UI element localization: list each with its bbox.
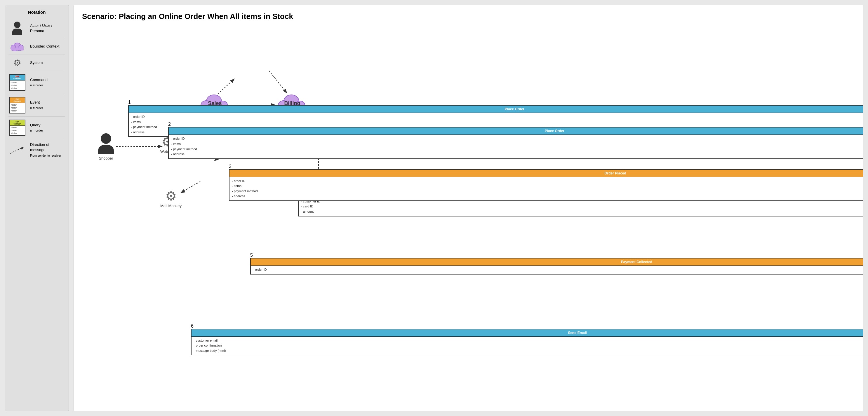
evt5-body: - order ID: [251, 266, 863, 274]
svg-line-22: [181, 181, 200, 193]
cmd2-body: - order ID- items- payment method- addre…: [169, 135, 863, 158]
legend-label-bounded-context: Bounded Context: [30, 44, 59, 49]
shopper-head: [101, 133, 111, 144]
evt5-card: Payment Collected - order ID: [250, 258, 863, 275]
evt6-title: Send Email: [191, 330, 863, 337]
legend-label-query: Queryn = order: [30, 123, 43, 133]
shopper-label: Shopper: [99, 156, 113, 161]
cmd2-title: Place Order: [169, 128, 863, 135]
query-legend-icon: <n> <name> <data><data><data>: [8, 119, 26, 136]
evt5-title: Payment Collected: [251, 258, 863, 266]
evt6-wrap: 6 Send Email - customer email- order con…: [191, 323, 863, 356]
evt5-wrap: 5 Payment Collected - order ID: [250, 253, 863, 275]
evt3-card: Order Placed - order ID- items- payment …: [229, 169, 863, 201]
evt6-card: Send Email - customer email- order confi…: [191, 329, 863, 356]
cmd1-title: Place Order: [129, 106, 863, 113]
svg-marker-7: [21, 147, 24, 150]
legend-label-system: System: [30, 60, 43, 65]
diagram-panel: Scenario: Placing an Online Order When A…: [73, 5, 863, 411]
mail-monkey-label: Mail Monkey: [160, 204, 182, 208]
legend-item-direction: Direction of messageFrom sender to recei…: [8, 139, 65, 161]
evt3-body: - order ID- items- payment method- addre…: [229, 177, 863, 200]
legend-panel: Notation Actor / User /Persona Bounded C…: [5, 5, 69, 411]
legend-title: Notation: [8, 10, 65, 14]
legend-item-event: <n> <name> <data><data><data> Eventn = o…: [8, 94, 65, 116]
cmd2-badge: 2: [168, 122, 863, 127]
legend-label-actor: Actor / User /Persona: [30, 23, 52, 34]
legend-item-bounded-context: Bounded Context: [8, 38, 65, 55]
diagram-title: Scenario: Placing an Online Order When A…: [82, 12, 855, 21]
evt3-badge: 3: [229, 164, 863, 169]
legend-item-actor: Actor / User /Persona: [8, 19, 65, 38]
shopper-actor: Shopper: [98, 133, 114, 161]
event-legend-icon: <n> <name> <data><data><data>: [8, 97, 26, 113]
evt6-badge: 6: [191, 323, 863, 329]
legend-label-event: Eventn = order: [30, 100, 43, 110]
actor-icon: [8, 22, 26, 35]
mail-monkey-gear: ⚙ Mail Monkey: [160, 189, 182, 208]
cloud-icon: [8, 41, 26, 51]
cmd2-card: Place Order - order ID- items- payment m…: [168, 127, 863, 159]
gear-legend-icon: ⚙: [8, 58, 26, 68]
legend-item-system: ⚙ System: [8, 55, 65, 71]
evt3-wrap: 3 Order Placed - order ID- items- paymen…: [229, 164, 863, 201]
evt5-badge: 5: [250, 253, 863, 258]
legend-item-command: <n> <name> <data><data><data> Commandn =…: [8, 71, 65, 94]
svg-line-13: [269, 71, 286, 93]
diagram-canvas: Shopper ⚙ Website ⚙ Mail Monkey ⚙ Premo …: [82, 30, 855, 228]
cmd2-wrap: 2 Place Order - order ID- items- payment…: [168, 122, 863, 159]
cmd1-badge: 1: [128, 100, 863, 105]
command-legend-icon: <n> <name> <data><data><data>: [8, 74, 26, 91]
direction-legend-icon: [8, 145, 26, 155]
svg-rect-5: [11, 47, 24, 50]
legend-label-direction: Direction of messageFrom sender to recei…: [30, 142, 65, 158]
evt6-body: - customer email- order confirmation- me…: [191, 337, 863, 355]
mail-monkey-gear-icon: ⚙: [165, 189, 177, 203]
legend-label-command: Commandn = order: [30, 77, 48, 88]
evt3-title: Order Placed: [229, 170, 863, 177]
legend-item-query: <n> <name> <data><data><data> Queryn = o…: [8, 117, 65, 139]
shopper-body: [98, 145, 114, 154]
